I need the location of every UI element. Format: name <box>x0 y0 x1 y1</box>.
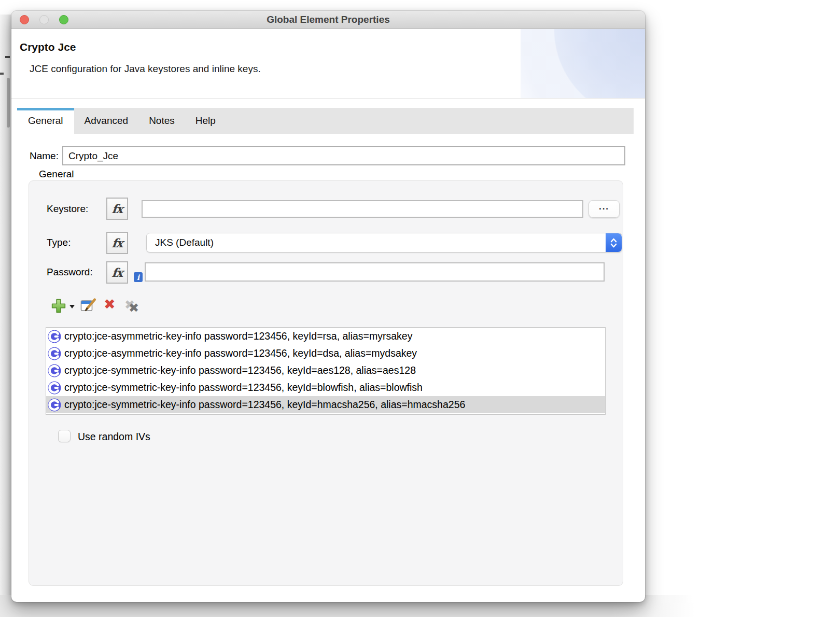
crypto-key-icon <box>48 381 61 395</box>
titlebar[interactable]: Global Element Properties <box>11 11 645 29</box>
plus-icon <box>51 298 66 314</box>
tab-strip: GeneralAdvancedNotesHelp <box>17 108 634 134</box>
key-list-item[interactable]: crypto:jce-asymmetric-key-info password=… <box>46 345 605 362</box>
type-select-value: JKS (Default) <box>155 237 214 248</box>
password-expression-button[interactable]: fx <box>106 261 128 284</box>
key-list-item[interactable]: crypto:jce-symmetric-key-info password=1… <box>46 362 605 379</box>
key-list-item[interactable]: crypto:jce-symmetric-key-info password=1… <box>46 379 605 396</box>
background-scrollbar-fragment <box>7 78 10 128</box>
page-description: JCE configuration for Java keystores and… <box>30 63 261 75</box>
key-list-item[interactable]: crypto:jce-asymmetric-key-info password=… <box>46 328 605 345</box>
zoom-button[interactable] <box>59 15 68 24</box>
password-info-icon[interactable]: i <box>134 272 143 282</box>
delete-key-button[interactable]: ✖ <box>104 297 116 312</box>
crypto-key-icon <box>48 398 61 412</box>
tab-advanced[interactable]: Advanced <box>74 108 139 134</box>
key-list-item-text: crypto:jce-symmetric-key-info password=1… <box>64 364 416 376</box>
minimize-button[interactable] <box>39 15 49 24</box>
select-chevrons-icon <box>606 233 622 252</box>
edit-key-button[interactable] <box>80 298 96 315</box>
key-list-item-text: crypto:jce-symmetric-key-info password=1… <box>64 399 465 411</box>
crypto-key-icon <box>48 330 61 343</box>
add-key-button[interactable] <box>51 298 66 316</box>
key-list-item-text: crypto:jce-symmetric-key-info password=1… <box>64 382 423 394</box>
fx-icon: fx <box>111 202 123 216</box>
group-label: General <box>39 169 74 180</box>
crypto-key-icon <box>48 347 61 360</box>
key-list[interactable]: crypto:jce-asymmetric-key-info password=… <box>46 327 606 415</box>
type-expression-button[interactable]: fx <box>106 232 128 254</box>
close-button[interactable] <box>20 15 29 24</box>
delete-all-icon: ✖ <box>129 301 139 315</box>
tab-notes[interactable]: Notes <box>138 108 185 134</box>
background-text-fragment <box>0 73 4 75</box>
delete-icon: ✖ <box>104 297 116 312</box>
type-select[interactable]: JKS (Default) <box>146 233 622 253</box>
global-element-properties-dialog: Global Element Properties Crypto Jce JCE… <box>11 11 645 602</box>
banner-swoosh-graphic <box>521 29 645 98</box>
page-title: Crypto Jce <box>20 41 76 53</box>
use-random-ivs-label: Use random IVs <box>78 431 150 443</box>
password-label: Password: <box>47 267 93 278</box>
keystore-label: Keystore: <box>47 203 88 215</box>
tab-general[interactable]: General <box>17 108 74 134</box>
background-app-sliver <box>0 15 11 597</box>
background-text-fragment <box>5 56 10 58</box>
name-input[interactable] <box>62 146 625 165</box>
add-key-dropdown-arrow[interactable] <box>69 305 75 308</box>
crypto-key-icon <box>48 364 61 377</box>
banner-header: Crypto Jce JCE configuration for Java ke… <box>11 29 645 99</box>
browse-button[interactable]: ... <box>589 200 620 218</box>
password-input[interactable] <box>145 262 605 282</box>
name-label: Name: <box>30 150 59 162</box>
fx-icon: fx <box>111 265 123 279</box>
fx-icon: fx <box>111 236 123 250</box>
key-list-item-text: crypto:jce-asymmetric-key-info password=… <box>64 330 412 342</box>
delete-all-keys-button[interactable]: ✖ ✖ <box>124 299 144 315</box>
type-label: Type: <box>47 237 71 248</box>
tab-help[interactable]: Help <box>185 108 226 134</box>
ellipsis-icon: ... <box>599 202 609 212</box>
use-random-ivs-checkbox[interactable] <box>58 430 71 442</box>
keystore-input[interactable] <box>142 200 583 218</box>
edit-icon <box>80 298 96 313</box>
key-list-item[interactable]: crypto:jce-symmetric-key-info password=1… <box>46 396 605 413</box>
window-title: Global Element Properties <box>267 14 390 25</box>
keystore-expression-button[interactable]: fx <box>106 198 128 220</box>
key-list-item-text: crypto:jce-asymmetric-key-info password=… <box>64 347 417 359</box>
